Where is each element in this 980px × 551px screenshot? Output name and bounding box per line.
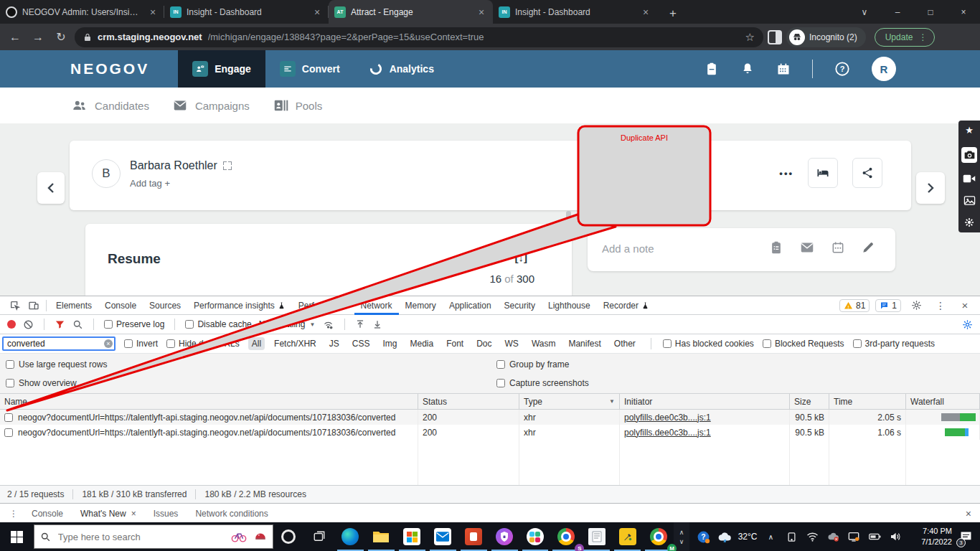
tab-close-icon[interactable]: ×: [147, 6, 159, 18]
nav-analytics[interactable]: Analytics: [354, 50, 448, 88]
column-header-waterfall[interactable]: Waterfall: [906, 394, 980, 409]
help-icon[interactable]: ?: [834, 61, 850, 77]
share-button[interactable]: [852, 158, 882, 188]
network-request-row[interactable]: neogov?documentUrl=https://talentlyft-ap…: [0, 410, 980, 425]
browser-tab-3-active[interactable]: AT Attract - Engage ×: [329, 0, 493, 24]
disable-cache-box[interactable]: [185, 320, 194, 329]
tab-close-icon[interactable]: ×: [311, 6, 323, 18]
scroll-down-icon[interactable]: ∨: [679, 538, 684, 545]
request-name[interactable]: neogov?documentUrl=https://talentlyft-ap…: [18, 413, 395, 423]
request-name[interactable]: neogov?documentUrl=https://talentlyft-ap…: [18, 428, 395, 438]
tray-overflow-chevron-icon[interactable]: ∧: [763, 529, 778, 544]
taskbar-app-slack[interactable]: [520, 522, 551, 551]
type-filter-wasm[interactable]: Wasm: [528, 337, 560, 350]
subnav-candidates[interactable]: Candidates: [72, 98, 149, 113]
previous-candidate-button[interactable]: [37, 172, 65, 204]
devtools-tab-security[interactable]: Security: [498, 296, 542, 315]
sync-error-icon[interactable]: [826, 529, 840, 544]
record-video-icon[interactable]: [963, 174, 976, 184]
network-settings-gear-icon[interactable]: [962, 319, 973, 330]
preserve-log-checkbox[interactable]: Preserve log: [104, 319, 164, 329]
battery-icon[interactable]: [867, 529, 882, 544]
taskbar-app-office[interactable]: [458, 522, 489, 551]
blocked-requests-checkbox[interactable]: Blocked Requests: [763, 339, 844, 349]
browser-tab-1[interactable]: NEOGOV Admin: Users/Insight/P ×: [0, 0, 164, 24]
tasks-clipboard-icon[interactable]: [705, 62, 719, 76]
minimize-button[interactable]: –: [881, 0, 914, 24]
type-filter-doc[interactable]: Doc: [473, 337, 495, 350]
nav-engage[interactable]: Engage: [178, 50, 265, 88]
devtools-tab-sources[interactable]: Sources: [143, 296, 187, 315]
import-har-icon[interactable]: [355, 319, 365, 329]
back-icon[interactable]: ←: [6, 28, 24, 47]
blocked-requests-box[interactable]: [763, 339, 771, 348]
invert-checkbox[interactable]: Invert: [124, 339, 158, 349]
taskbar-app-chrome-profile-m[interactable]: M: [643, 522, 674, 551]
type-filter-font[interactable]: Font: [443, 337, 467, 350]
devtools-tab-application[interactable]: Application: [443, 296, 498, 315]
taskbar-app-edge[interactable]: [335, 522, 366, 551]
note-calendar-icon[interactable]: [831, 240, 845, 255]
taskbar-app-file-explorer[interactable]: [366, 522, 397, 551]
type-filter-manifest[interactable]: Manifest: [565, 337, 604, 350]
notifications-bell-icon[interactable]: [740, 62, 755, 76]
taskbar-app-notepad[interactable]: [581, 522, 612, 551]
request-initiator-link[interactable]: polyfills.dee0c3b....js:1: [624, 413, 711, 423]
type-filter-ws[interactable]: WS: [501, 337, 522, 350]
note-tasks-icon[interactable]: [769, 240, 783, 255]
hide-data-urls-checkbox[interactable]: Hide data URLs: [166, 339, 240, 349]
devtools-tab-network[interactable]: Network: [354, 296, 399, 315]
taskbar-search[interactable]: [34, 524, 273, 549]
issues-badge[interactable]: 1: [875, 299, 901, 312]
capture-settings-gear-icon[interactable]: [963, 217, 975, 228]
nav-convert[interactable]: Convert: [265, 50, 354, 88]
row-checkbox[interactable]: [4, 413, 13, 422]
throttling-dropdown[interactable]: No throttling ▼: [259, 319, 316, 329]
devtools-close-icon[interactable]: ×: [956, 297, 974, 314]
next-candidate-button[interactable]: [916, 172, 945, 204]
tab-close-icon[interactable]: ×: [640, 6, 651, 18]
clear-filter-icon[interactable]: ×: [104, 339, 113, 348]
taskbar-search-input[interactable]: [58, 532, 224, 542]
browser-tab-2[interactable]: IN Insight - Dashboard ×: [164, 0, 329, 24]
forward-icon[interactable]: →: [29, 28, 47, 47]
type-filter-caret-icon[interactable]: ▼: [609, 398, 615, 405]
has-blocked-cookies-checkbox[interactable]: Has blocked cookies: [663, 339, 754, 349]
filter-input[interactable]: [2, 336, 116, 351]
show-overview-checkbox[interactable]: Show overview: [6, 378, 77, 388]
maximize-button[interactable]: □: [914, 0, 947, 24]
user-avatar[interactable]: R: [872, 57, 896, 81]
taskbar-app-mail[interactable]: [428, 522, 458, 551]
more-actions-button[interactable]: •••: [779, 168, 793, 179]
add-note-placeholder[interactable]: Add a note: [602, 242, 654, 255]
group-by-frame-box[interactable]: [496, 360, 505, 369]
tablet-mode-icon[interactable]: [784, 529, 798, 544]
type-filter-js[interactable]: JS: [326, 337, 343, 350]
url-field[interactable]: crm.staging.neogov.net /michigan/engage/…: [75, 27, 763, 47]
column-header-time[interactable]: Time: [829, 394, 906, 409]
capture-pin-star-icon[interactable]: ★: [965, 125, 974, 136]
browser-menu-kebab-icon[interactable]: ⋮: [918, 32, 927, 42]
task-view-button[interactable]: [304, 522, 335, 551]
screen-cast-icon[interactable]: [847, 529, 861, 544]
network-conditions-icon[interactable]: [322, 319, 334, 330]
group-by-frame-checkbox[interactable]: Group by frame: [496, 359, 569, 369]
devtools-settings-gear-icon[interactable]: [907, 297, 925, 314]
image-gallery-icon[interactable]: [963, 195, 976, 206]
screenshot-camera-icon[interactable]: [961, 147, 977, 163]
disable-cache-checkbox[interactable]: Disable cache: [185, 319, 251, 329]
type-filter-img[interactable]: Img: [379, 337, 400, 350]
add-tag-button[interactable]: Add tag +: [130, 178, 170, 189]
row-checkbox[interactable]: [4, 428, 13, 437]
capture-screenshots-checkbox[interactable]: Capture screenshots: [496, 378, 589, 388]
use-large-request-rows-checkbox[interactable]: Use large request rows: [6, 359, 107, 369]
taskbar-app-store[interactable]: [397, 522, 428, 551]
network-request-row[interactable]: neogov?documentUrl=https://talentlyft-ap…: [0, 425, 980, 440]
download-resume-icon[interactable]: [↓]: [515, 251, 528, 263]
taskbar-app-password-manager[interactable]: [489, 522, 520, 551]
tab-close-icon[interactable]: ×: [476, 6, 487, 18]
devtools-menu-kebab-icon[interactable]: ⋮: [931, 297, 950, 314]
inspect-element-icon[interactable]: [6, 297, 24, 314]
type-filter-other[interactable]: Other: [611, 337, 639, 350]
devtools-tab-memory[interactable]: Memory: [399, 296, 443, 315]
